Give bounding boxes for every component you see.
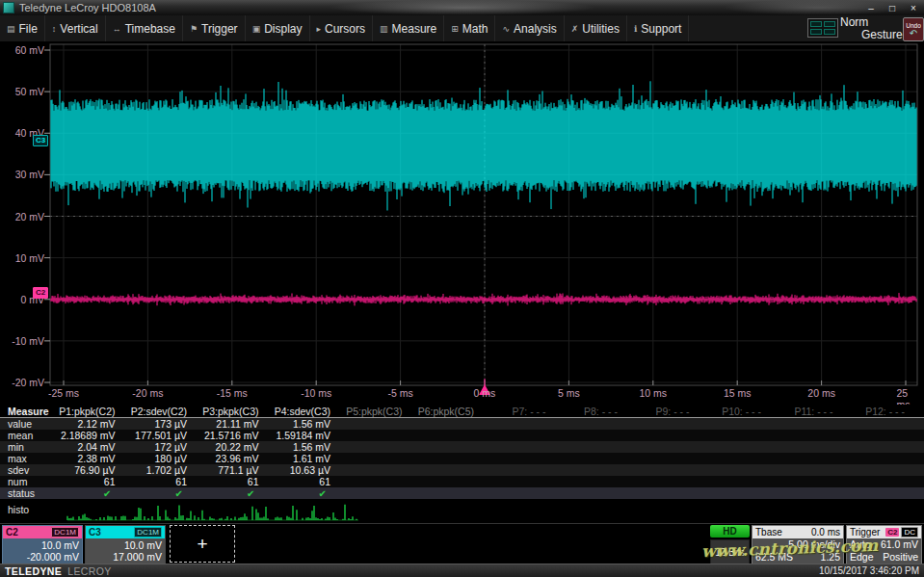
menu-item-cursors[interactable]: ▸Cursors — [310, 15, 374, 41]
c2-offset-marker[interactable]: C2 — [33, 287, 48, 299]
measure-param-header[interactable]: P11: - - - — [771, 406, 843, 417]
c2-volts-per-div: 10.0 mV — [41, 539, 79, 551]
c3-coupling-badge: DC1M — [134, 527, 162, 538]
c2-descriptor-box[interactable]: C2 DC1M 10.0 mV -20.000 mV — [2, 525, 83, 564]
menu-item-measure[interactable]: ▥Measure — [373, 15, 444, 41]
c3-descriptor-box[interactable]: C3 DC1M 10.0 mV 17.000 mV — [85, 525, 166, 564]
x-tick-label: -15 ms — [217, 387, 248, 399]
tbase-delay: 0.0 ms — [811, 527, 840, 538]
window-title: Teledyne LeCroy HDO8108A — [19, 2, 156, 13]
timebase-descriptor-box[interactable]: Tbase 0.0 ms 5.00 ms/div 62.5 MS 1.25 — [752, 525, 844, 564]
minimize-button[interactable]: – — [860, 1, 882, 14]
plus-icon: + — [197, 534, 207, 555]
measure-cell: 771.1 µV — [197, 464, 269, 476]
measure-row-label: num — [0, 476, 53, 487]
menu-item-vertical[interactable]: ↕Vertical — [45, 15, 106, 41]
menu-item-utilities[interactable]: ✗Utilities — [565, 15, 627, 41]
title-bar: Teledyne LeCroy HDO8108A – □ × — [0, 0, 924, 15]
y-tick-label: 50 mV — [0, 86, 44, 97]
add-trace-button[interactable]: + — [170, 525, 235, 563]
undo-button[interactable]: Undo ↶ — [903, 17, 924, 41]
measure-param-header[interactable]: P9: - - - — [627, 406, 700, 417]
teledyne-lecroy-logo: TELEDYNE LECROY — [5, 565, 112, 577]
close-button[interactable]: × — [903, 1, 924, 14]
c3-offset-marker[interactable]: C3 — [33, 135, 48, 146]
hd-badge: HD — [710, 525, 750, 538]
measure-cell: 173 µV — [125, 418, 198, 430]
menu-item-label: Support — [641, 22, 681, 36]
x-tick-label: -5 ms — [387, 387, 412, 399]
measure-cell: 20.22 mV — [197, 441, 269, 453]
analysis-icon: ∿ — [502, 24, 510, 34]
measure-row-num: num61616161 — [0, 476, 924, 487]
measure-cell: 61 — [53, 476, 125, 487]
menu-item-label: Math — [462, 22, 488, 36]
measure-row-max: max2.38 mV180 µV23.96 mV1.61 mV — [0, 453, 924, 464]
measure-param-header[interactable]: P7: - - - — [484, 406, 556, 417]
measure-table: MeasureP1:pkpk(C2)P2:sdev(C2)P3:pkpk(C3)… — [0, 405, 924, 523]
histo-row-label: histo — [8, 504, 29, 515]
measure-cell: 2.38 mV — [53, 453, 125, 464]
measure-cell: ✔ — [197, 488, 269, 499]
tbase-rate: 1.25 — [821, 551, 840, 564]
display-grid-button[interactable] — [807, 18, 838, 38]
measure-param-header[interactable]: P2:sdev(C2) — [125, 406, 198, 417]
measure-cell: ✔ — [125, 488, 198, 499]
y-tick-label: 10 mV — [0, 252, 44, 264]
measure-cell: 2.12 mV — [53, 418, 125, 430]
menu-item-display[interactable]: ▣Display — [246, 15, 310, 41]
measure-row-value: value2.12 mV173 µV21.11 mV1.56 mV — [0, 418, 924, 430]
descriptor-area: C2 DC1M 10.0 mV -20.000 mV C3 DC1M 10.0 … — [0, 523, 924, 564]
menu-item-file[interactable]: ▤File — [0, 15, 45, 41]
trigger-slope: Positive — [883, 551, 918, 564]
measure-row-mean: mean2.18689 mV177.501 µV21.5716 mV1.5918… — [0, 430, 924, 441]
measure-param-header[interactable]: P5:pkpk(C3) — [340, 406, 412, 417]
measure-param-header[interactable]: P3:pkpk(C3) — [197, 406, 269, 417]
menu-item-analysis[interactable]: ∿Analysis — [495, 15, 564, 41]
menu-item-math[interactable]: ⊞Math — [444, 15, 495, 41]
measure-cell: 172 µV — [125, 441, 198, 453]
norm-mode-label[interactable]: Norm — [840, 15, 868, 29]
trigger-level: 61.0 mV — [881, 538, 918, 551]
measure-row-sdev: sdev76.90 µV1.702 µV771.1 µV10.63 µV — [0, 464, 924, 476]
measure-rows: value2.12 mV173 µV21.11 mV1.56 mVmean2.1… — [0, 418, 924, 499]
brand-teledyne: TELEDYNE — [5, 565, 62, 577]
measure-icon: ▥ — [380, 24, 388, 34]
menu-item-trigger[interactable]: ⚑Trigger — [183, 15, 246, 41]
measure-param-header[interactable]: P6:pkpk(C5) — [412, 406, 485, 417]
menu-item-label: Display — [264, 22, 302, 36]
c3-channel-label: C3 — [89, 527, 101, 538]
y-tick-label: -10 mV — [0, 335, 44, 347]
measure-row-status: status✔✔✔✔ — [0, 487, 924, 499]
trigger-source-badge: C2 — [885, 528, 899, 537]
measure-param-header[interactable]: P4:sdev(C3) — [269, 406, 341, 417]
menu-item-timebase[interactable]: ↔Timebase — [106, 15, 183, 41]
measure-row-label: value — [0, 418, 53, 430]
trigger-descriptor-box[interactable]: Trigger C2 DC Auto 61.0 mV Edge Positive — [846, 525, 922, 564]
measure-row-min: min2.04 mV172 µV20.22 mV1.56 mV — [0, 441, 924, 453]
status-bar: TELEDYNE LECROY 10/15/2017 3:46:20 PM — [0, 564, 924, 577]
app-icon — [3, 2, 14, 13]
c2-waveform-trace — [51, 293, 916, 305]
y-tick-label: 60 mV — [0, 44, 44, 56]
menu-item-label: File — [19, 22, 38, 36]
measure-cell: 1.702 µV — [125, 464, 198, 476]
y-tick-label: 20 mV — [0, 211, 44, 223]
measure-cell: 1.56 mV — [269, 418, 341, 430]
measure-param-header[interactable]: P12: - - - — [843, 406, 915, 417]
grid-cell-icon — [810, 21, 822, 27]
measure-param-header[interactable]: P1:pkpk(C2) — [53, 406, 125, 417]
restore-button[interactable]: □ — [882, 1, 903, 14]
measure-cell: 10.63 µV — [269, 464, 341, 476]
measure-param-header[interactable]: P8: - - - — [556, 406, 628, 417]
measure-cell: 21.11 mV — [197, 418, 269, 430]
trigger-mode: Auto — [850, 538, 871, 551]
datetime-display: 10/15/2017 3:46:20 PM — [819, 565, 919, 576]
hd-mode-box[interactable]: HD 12 Bits — [710, 525, 750, 564]
measure-param-header[interactable]: P10: - - - — [700, 406, 772, 417]
gesture-label[interactable]: Gesture — [861, 28, 903, 41]
window-controls: – □ × — [860, 1, 924, 14]
menu-item-support[interactable]: ℹSupport — [627, 15, 689, 41]
measure-cell: 1.61 mV — [269, 453, 341, 464]
measure-cell: 23.96 mV — [197, 453, 269, 464]
